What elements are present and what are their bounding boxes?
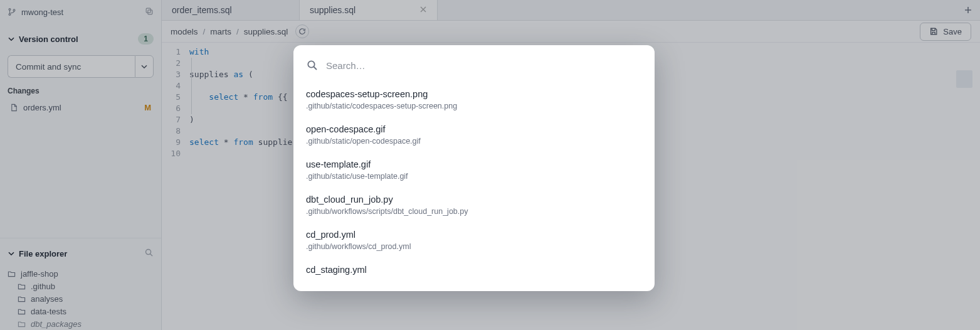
search-result-path: .github/static/use-template.gif xyxy=(306,172,642,181)
search-result-title: cd_prod.yml xyxy=(306,230,642,240)
search-result-item[interactable]: cd_prod.yml.github/workflows/cd_prod.yml xyxy=(306,223,642,258)
search-result-title: cd_staging.yml xyxy=(306,265,642,275)
search-result-title: open-codespace.gif xyxy=(306,124,642,134)
modal-overlay[interactable]: codespaces-setup-screen.png.github/stati… xyxy=(0,0,980,330)
search-icon xyxy=(306,59,319,72)
search-result-title: dbt_cloud_run_job.py xyxy=(306,194,642,205)
search-result-item[interactable]: open-codespace.gif.github/static/open-co… xyxy=(306,118,642,153)
file-search-modal: codespaces-setup-screen.png.github/stati… xyxy=(293,45,655,291)
search-result-item[interactable]: use-template.gif.github/static/use-templ… xyxy=(306,153,642,188)
search-result-title: use-template.gif xyxy=(306,159,642,169)
search-result-item[interactable]: dbt_cloud_run_job.py.github/workflows/sc… xyxy=(306,188,642,223)
search-result-item[interactable]: codespaces-setup-screen.png.github/stati… xyxy=(306,83,642,118)
search-result-path: .github/static/open-codespace.gif xyxy=(306,137,642,146)
svg-point-6 xyxy=(308,61,314,67)
search-result-path: .github/static/codespaces-setup-screen.p… xyxy=(306,102,642,110)
search-input[interactable] xyxy=(326,60,642,71)
search-result-item[interactable]: cd_staging.yml xyxy=(306,258,642,282)
search-result-path: .github/workflows/cd_prod.yml xyxy=(306,242,642,251)
search-result-title: codespaces-setup-screen.png xyxy=(306,89,642,99)
search-result-path: .github/workflows/scripts/dbt_cloud_run_… xyxy=(306,207,642,216)
